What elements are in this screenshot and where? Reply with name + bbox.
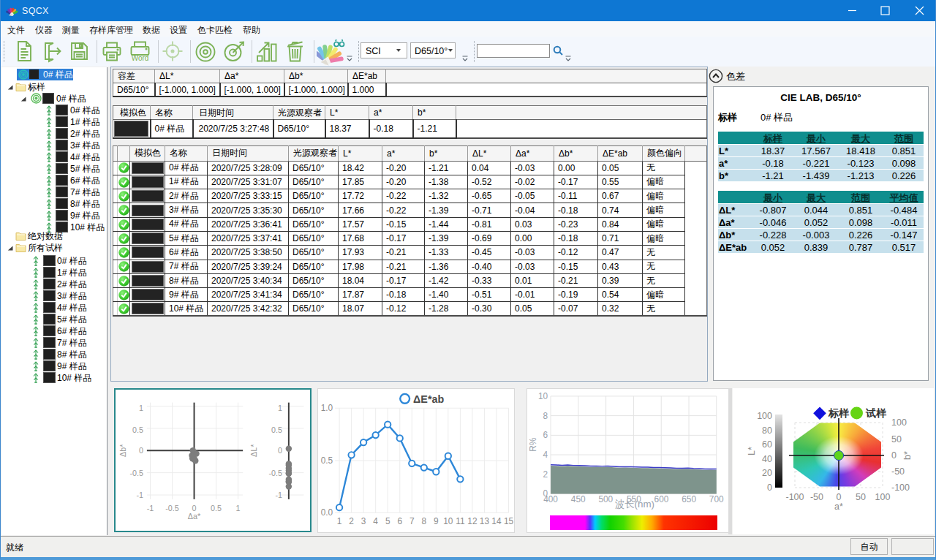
svg-text:-0.5: -0.5 bbox=[129, 469, 143, 477]
svg-text:100: 100 bbox=[757, 411, 772, 421]
svg-text:ΔE*ab: ΔE*ab bbox=[413, 393, 444, 405]
svg-text:600: 600 bbox=[654, 494, 669, 504]
svg-text:15: 15 bbox=[504, 516, 514, 526]
svg-text:-1: -1 bbox=[147, 504, 154, 512]
svg-text:0: 0 bbox=[139, 446, 143, 455]
svg-text:6: 6 bbox=[397, 516, 402, 526]
svg-text:标样: 标样 bbox=[828, 407, 850, 419]
svg-text:Word: Word bbox=[132, 54, 149, 62]
svg-text:20: 20 bbox=[762, 468, 772, 478]
svg-text:-0.5: -0.5 bbox=[165, 504, 179, 512]
svg-text:1: 1 bbox=[278, 404, 282, 412]
svg-text:-0.5: -0.5 bbox=[268, 469, 282, 477]
svg-text:0: 0 bbox=[891, 450, 897, 461]
svg-text:40: 40 bbox=[762, 454, 772, 464]
svg-text:a*: a* bbox=[834, 502, 843, 512]
svg-text:400: 400 bbox=[543, 494, 558, 504]
svg-text:13: 13 bbox=[480, 516, 490, 526]
svg-text:-100: -100 bbox=[891, 483, 910, 493]
svg-text:-50: -50 bbox=[891, 466, 905, 477]
svg-text:0.0: 0.0 bbox=[321, 507, 333, 518]
svg-text:14: 14 bbox=[491, 516, 502, 526]
svg-text:10: 10 bbox=[443, 516, 453, 526]
svg-text:5: 5 bbox=[385, 516, 390, 526]
svg-text:0: 0 bbox=[192, 504, 197, 512]
svg-text:2: 2 bbox=[543, 469, 548, 480]
svg-text:L*: L* bbox=[747, 447, 757, 455]
svg-text:-1: -1 bbox=[136, 491, 143, 499]
svg-text:0.5: 0.5 bbox=[321, 455, 333, 466]
svg-text:650: 650 bbox=[682, 494, 696, 504]
svg-text:700: 700 bbox=[709, 494, 724, 504]
svg-text:11: 11 bbox=[456, 516, 465, 526]
svg-text:500: 500 bbox=[598, 494, 613, 504]
svg-text:10: 10 bbox=[538, 391, 548, 401]
svg-text:100: 100 bbox=[891, 417, 907, 428]
svg-text:-100: -100 bbox=[785, 492, 804, 502]
svg-text:60: 60 bbox=[762, 439, 772, 450]
svg-text:1: 1 bbox=[235, 504, 240, 512]
svg-text:100: 100 bbox=[875, 492, 891, 502]
svg-text:50: 50 bbox=[891, 434, 902, 444]
svg-text:b*: b* bbox=[902, 451, 913, 460]
svg-text:8: 8 bbox=[543, 411, 548, 421]
svg-text:7: 7 bbox=[410, 516, 415, 526]
svg-text:1: 1 bbox=[139, 404, 143, 412]
svg-text:Δb*: Δb* bbox=[118, 444, 127, 457]
svg-text:6: 6 bbox=[543, 430, 548, 440]
svg-text:9: 9 bbox=[434, 516, 439, 526]
svg-text:4: 4 bbox=[543, 450, 548, 460]
svg-text:0: 0 bbox=[837, 492, 842, 502]
svg-text:0.5: 0.5 bbox=[211, 504, 222, 512]
svg-text:0.5: 0.5 bbox=[271, 425, 282, 434]
svg-text:8: 8 bbox=[421, 516, 426, 526]
svg-text:0: 0 bbox=[278, 446, 282, 455]
svg-text:-50: -50 bbox=[810, 492, 823, 502]
svg-text:0: 0 bbox=[767, 483, 772, 493]
svg-text:ΔL*: ΔL* bbox=[249, 444, 258, 457]
svg-text:50: 50 bbox=[856, 492, 866, 502]
svg-text:R%: R% bbox=[528, 437, 538, 452]
svg-text:3: 3 bbox=[361, 516, 366, 526]
svg-text:80: 80 bbox=[762, 425, 772, 436]
svg-text:1: 1 bbox=[337, 516, 342, 526]
svg-text:0.5: 0.5 bbox=[132, 425, 143, 434]
svg-text:波长(nm): 波长(nm) bbox=[615, 499, 654, 510]
svg-text:2: 2 bbox=[349, 516, 354, 526]
svg-text:4: 4 bbox=[373, 516, 378, 526]
svg-text:450: 450 bbox=[571, 494, 586, 504]
svg-text:1.0: 1.0 bbox=[321, 403, 333, 413]
svg-text:试样: 试样 bbox=[865, 407, 887, 419]
svg-text:12: 12 bbox=[467, 516, 477, 526]
svg-text:-1: -1 bbox=[275, 491, 282, 499]
svg-text:Δa*: Δa* bbox=[188, 512, 201, 521]
